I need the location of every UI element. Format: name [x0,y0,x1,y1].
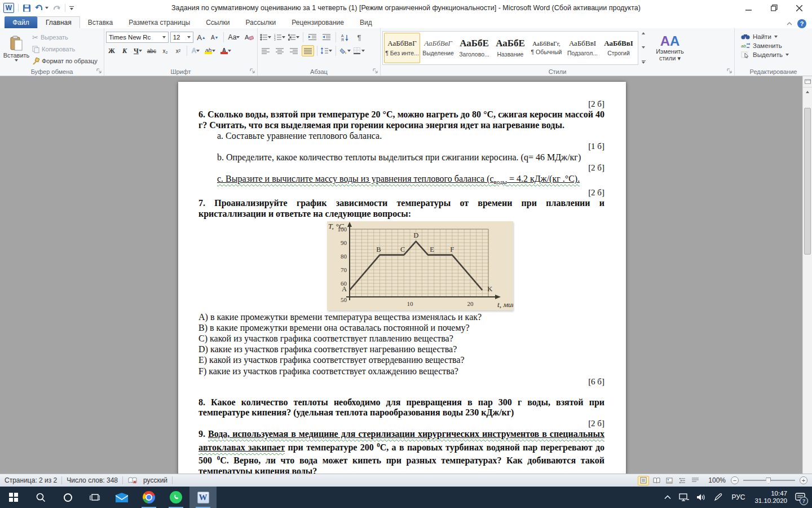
find-button[interactable]: Найти [741,33,810,40]
tab-references[interactable]: Ссылки [198,16,237,28]
style-emphasis[interactable]: АаБбВвГВыделение [420,33,456,63]
superscript-button[interactable]: х² [173,45,184,56]
multilevel-list-button[interactable] [288,32,300,43]
page-indicator[interactable]: Страница: 2 из 2 [5,476,57,484]
change-styles-button[interactable]: АА Изменить стили ▾ [650,34,690,62]
clock[interactable]: 10:47 31.10.2020 [750,490,792,505]
increase-indent-button[interactable] [320,32,333,43]
dialog-launcher-icon[interactable] [96,68,102,74]
align-left-button[interactable] [259,45,272,56]
minimize-button[interactable] [736,0,761,16]
subscript-button[interactable]: х₂ [160,45,171,56]
restore-button[interactable] [761,0,787,16]
word-app-icon[interactable]: W [3,3,14,13]
cut-button[interactable]: ✂ Вырезать [31,32,99,42]
line-spacing-button[interactable] [320,45,333,56]
close-button[interactable] [787,0,812,16]
align-center-button[interactable] [273,45,286,56]
highlight-color-button[interactable]: ab [203,45,217,56]
style-no-spacing[interactable]: АаБбВвГ¶ Без инте... [384,33,420,63]
whatsapp-app-button[interactable] [162,487,189,508]
tab-review[interactable]: Рецензирование [284,16,352,28]
help-button[interactable]: ? [797,19,806,28]
tab-mailings[interactable]: Рассылки [237,16,284,28]
action-center-button[interactable]: 7 [792,487,812,508]
bullets-button[interactable] [259,32,272,43]
redo-button[interactable] [52,5,61,12]
style-title[interactable]: АаБбЕНазвание [492,33,528,63]
document-page[interactable]: [2 б] 6. Сколько воды, взятой при темпер… [178,82,626,474]
fullscreen-reading-view-button[interactable] [651,476,662,485]
shrink-font-button[interactable]: А▼ [209,32,220,43]
pen-button[interactable] [710,487,726,508]
tray-overflow-button[interactable] [660,487,675,508]
network-button[interactable] [675,487,693,508]
style-strong[interactable]: АаБбВвІСтрогий [601,33,637,63]
font-size-combobox[interactable]: 12 [170,32,194,43]
numbering-button[interactable]: 123 [273,32,286,43]
language-indicator[interactable]: русский [143,476,167,484]
dialog-launcher-icon[interactable] [250,68,255,74]
scroll-up-button[interactable] [803,87,812,96]
search-button[interactable] [27,487,54,508]
shading-button[interactable] [339,45,351,56]
zoom-slider[interactable] [743,480,795,481]
style-heading[interactable]: АаБбЕЗаголово... [456,33,492,63]
draft-view-button[interactable] [690,476,701,485]
dialog-launcher-icon[interactable] [373,68,378,74]
grow-font-button[interactable]: А▲ [195,32,207,43]
volume-button[interactable] [693,487,710,508]
tab-view[interactable]: Вид [352,16,380,28]
copy-button[interactable]: Копировать [31,44,99,54]
tab-insert[interactable]: Вставка [80,16,121,28]
borders-button[interactable] [353,45,365,56]
styles-scroll-down[interactable] [642,46,645,49]
paste-button[interactable]: Вставить [2,30,31,67]
justify-button[interactable] [302,45,314,56]
text-effects-button[interactable]: А [190,45,201,56]
start-button[interactable] [0,487,27,508]
zoom-level[interactable]: 100% [708,476,726,484]
outline-view-button[interactable] [677,476,688,485]
style-subtitle[interactable]: АаБбВвІПодзагол... [564,33,601,63]
align-right-button[interactable] [288,45,300,56]
collapse-ribbon-icon[interactable] [786,21,793,26]
font-name-combobox[interactable]: Times New Rc [106,32,169,43]
word-count[interactable]: Число слов: 348 [67,476,118,484]
undo-button[interactable] [35,5,48,12]
font-color-button[interactable]: А [219,45,233,56]
chrome-app-button[interactable] [135,487,162,508]
cortana-button[interactable] [54,487,81,508]
change-case-button[interactable]: Аа [227,32,242,43]
sort-button[interactable]: АЯ [339,32,351,43]
format-painter-button[interactable]: Формат по образцу [31,56,99,66]
tab-page-layout[interactable]: Разметка страницы [121,16,198,28]
customize-qat-button[interactable] [69,6,74,10]
italic-button[interactable]: К [119,45,130,56]
scrollbar-thumb[interactable] [804,108,811,255]
replace-button[interactable]: ab Заменить [741,42,810,49]
styles-scroll-up[interactable] [642,32,645,34]
decrease-indent-button[interactable] [306,32,319,43]
strikethrough-button[interactable]: abc [145,45,158,56]
underline-button[interactable]: Ч [132,45,144,56]
select-button[interactable]: Выделить [741,51,810,58]
vertical-scrollbar[interactable] [802,76,812,474]
task-view-button[interactable] [81,487,108,508]
spellcheck-icon[interactable] [127,476,138,484]
style-normal[interactable]: АаБбВвГг,¶ Обычный [528,33,564,63]
show-paragraph-marks-button[interactable]: ¶ [353,32,365,43]
zoom-in-button[interactable]: + [800,476,807,484]
dialog-launcher-icon[interactable] [727,68,732,74]
tab-file[interactable]: Файл [5,16,37,28]
word-app-button[interactable]: W [189,487,217,508]
zoom-slider-thumb[interactable] [766,478,771,484]
print-layout-view-button[interactable] [638,476,649,485]
language-switcher[interactable]: РУС [726,493,750,501]
tab-home[interactable]: Главная [37,16,80,28]
mail-app-button[interactable] [108,487,135,508]
clear-formatting-button[interactable]: А [243,32,255,43]
zoom-out-button[interactable]: − [731,476,739,484]
ruler-toggle-button[interactable] [803,76,812,87]
save-button[interactable] [23,4,31,12]
